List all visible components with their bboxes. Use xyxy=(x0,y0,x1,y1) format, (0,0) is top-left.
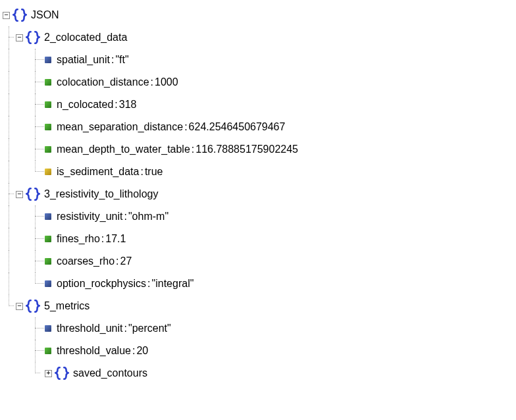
tree-node-root[interactable]: − JSON xyxy=(3,4,513,26)
node-label: 5_metrics xyxy=(44,300,90,312)
expand-icon[interactable]: + xyxy=(45,370,52,377)
tree-leaf-resistivity-unit[interactable]: resistivity_unit : "ohm-m" xyxy=(3,205,513,228)
number-icon xyxy=(45,236,51,242)
number-icon xyxy=(45,124,51,130)
collapse-icon[interactable]: − xyxy=(16,303,23,310)
tree-leaf-spatial-unit[interactable]: spatial_unit : "ft" xyxy=(3,49,513,71)
collapse-icon[interactable]: − xyxy=(16,34,23,41)
tree-node-2-colocated-data[interactable]: − 2_colocated_data xyxy=(3,26,513,49)
tree-leaf-is-sediment-data[interactable]: is_sediment_data : true xyxy=(3,161,513,183)
leaf-value: 1000 xyxy=(155,76,178,88)
string-icon xyxy=(45,57,51,63)
tree-node-3-resistivity-to-lithology[interactable]: − 3_resistivity_to_lithology xyxy=(3,183,513,205)
leaf-value: "percent" xyxy=(128,323,171,334)
leaf-value: 624.2546450679467 xyxy=(189,121,286,133)
leaf-value: "ft" xyxy=(115,54,128,66)
string-icon xyxy=(45,325,51,332)
leaf-value: 17.1 xyxy=(105,233,126,245)
node-label: 2_colocated_data xyxy=(44,32,127,43)
tree-leaf-mean-separation-distance[interactable]: mean_separation_distance : 624.254645067… xyxy=(3,116,513,138)
collapse-icon[interactable]: − xyxy=(16,191,23,198)
node-label: saved_contours xyxy=(73,367,147,379)
collapse-icon[interactable]: − xyxy=(3,12,10,19)
leaf-key: mean_depth_to_water_table xyxy=(57,144,190,155)
leaf-key: is_sediment_data xyxy=(57,166,139,178)
object-icon xyxy=(26,187,40,201)
leaf-key: resistivity_unit xyxy=(57,211,122,223)
node-label: 3_resistivity_to_lithology xyxy=(44,188,158,200)
leaf-key: threshold_value xyxy=(57,345,131,357)
tree-node-5-metrics[interactable]: − 5_metrics xyxy=(3,295,513,317)
leaf-key: coarses_rho xyxy=(57,255,115,267)
leaf-key: fines_rho xyxy=(57,233,100,245)
leaf-value: "ohm-m" xyxy=(128,211,168,223)
number-icon xyxy=(45,79,51,86)
tree-node-saved-contours[interactable]: + saved_contours xyxy=(3,362,513,384)
leaf-value: 20 xyxy=(136,345,148,357)
object-icon xyxy=(13,8,27,22)
leaf-key: threshold_unit xyxy=(57,323,123,334)
leaf-value: "integral" xyxy=(152,278,194,290)
leaf-key: spatial_unit xyxy=(57,54,110,66)
string-icon xyxy=(45,280,51,287)
number-icon xyxy=(45,258,51,265)
leaf-key: n_colocated xyxy=(57,99,113,111)
tree-leaf-option-rockphysics[interactable]: option_rockphysics : "integral" xyxy=(3,273,513,295)
leaf-key: colocation_distance xyxy=(57,76,149,88)
kv-separator: : xyxy=(111,54,114,66)
object-icon xyxy=(55,366,69,381)
number-icon xyxy=(45,101,51,108)
leaf-key: option_rockphysics xyxy=(57,278,146,290)
leaf-value: 116.78885175902245 xyxy=(195,144,298,155)
leaf-value: 318 xyxy=(119,99,137,111)
number-icon xyxy=(45,146,51,153)
object-icon xyxy=(26,30,40,45)
tree-leaf-n-colocated[interactable]: n_colocated : 318 xyxy=(3,93,513,116)
tree-leaf-threshold-value[interactable]: threshold_value : 20 xyxy=(3,340,513,362)
number-icon xyxy=(45,348,51,354)
object-icon xyxy=(26,299,40,313)
tree-leaf-coarses-rho[interactable]: coarses_rho : 27 xyxy=(3,250,513,273)
boolean-icon xyxy=(45,169,51,175)
tree-leaf-fines-rho[interactable]: fines_rho : 17.1 xyxy=(3,228,513,250)
json-tree: − JSON − 2_colocated_data spatial_unit :… xyxy=(0,0,516,388)
string-icon xyxy=(45,213,51,220)
leaf-key: mean_separation_distance xyxy=(57,121,183,133)
leaf-value: 27 xyxy=(120,255,132,267)
node-label: JSON xyxy=(31,9,59,21)
leaf-value: true xyxy=(145,166,163,178)
tree-leaf-colocation-distance[interactable]: colocation_distance : 1000 xyxy=(3,71,513,93)
tree-leaf-mean-depth-to-water-table[interactable]: mean_depth_to_water_table : 116.78885175… xyxy=(3,138,513,161)
tree-leaf-threshold-unit[interactable]: threshold_unit : "percent" xyxy=(3,317,513,340)
